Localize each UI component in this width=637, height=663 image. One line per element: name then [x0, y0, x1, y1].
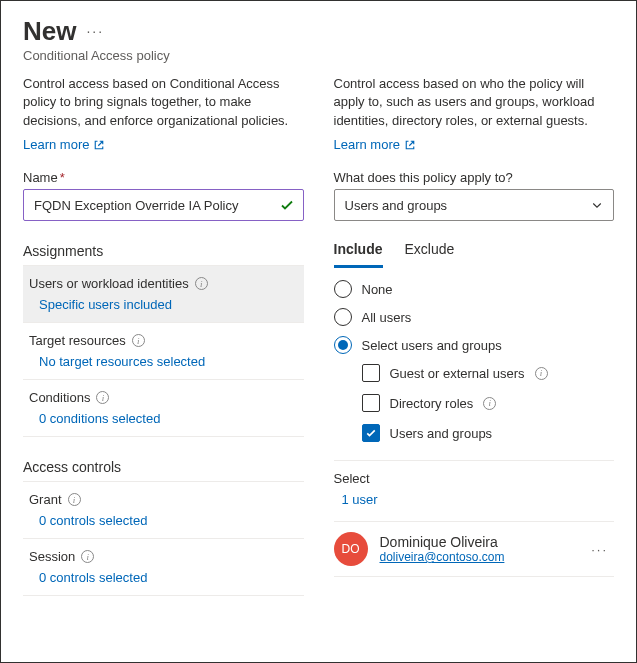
external-link-icon [404, 139, 416, 151]
checkbox-icon [362, 364, 380, 382]
checkbox-label: Guest or external users [390, 366, 525, 381]
checkbox-icon [362, 424, 380, 442]
conditions-row-title: Conditions [29, 390, 90, 405]
assignments-section-header: Assignments [23, 243, 304, 266]
radio-label: Select users and groups [362, 338, 502, 353]
right-intro: Control access based on who the policy w… [334, 75, 615, 132]
learn-more-link-left[interactable]: Learn more [23, 137, 105, 152]
grant-row-title: Grant [29, 492, 62, 507]
user-name: Dominique Oliveira [380, 534, 574, 550]
checkbox-label: Directory roles [390, 396, 474, 411]
users-row[interactable]: Users or workload identities Specific us… [23, 266, 304, 323]
info-icon[interactable] [132, 334, 145, 347]
user-row-more-button[interactable]: ··· [585, 542, 614, 557]
checkbox-group: Guest or external users Directory roles … [362, 364, 615, 442]
checkbox-guest[interactable]: Guest or external users [362, 364, 615, 382]
info-icon[interactable] [96, 391, 109, 404]
grant-row[interactable]: Grant 0 controls selected [23, 482, 304, 539]
target-row-title: Target resources [29, 333, 126, 348]
info-icon[interactable] [483, 397, 496, 410]
more-button[interactable]: ··· [86, 23, 104, 39]
include-exclude-tabs: Include Exclude [334, 235, 615, 268]
select-value-link[interactable]: 1 user [342, 492, 615, 507]
checkbox-icon [362, 394, 380, 412]
required-asterisk: * [60, 170, 65, 185]
info-icon[interactable] [535, 367, 548, 380]
name-input[interactable] [32, 197, 279, 214]
users-row-value: Specific users included [39, 297, 296, 312]
page-subtitle: Conditional Access policy [23, 48, 614, 63]
checkbox-label: Users and groups [390, 426, 493, 441]
radio-none[interactable]: None [334, 280, 615, 298]
page-header: New ··· Conditional Access policy [23, 17, 614, 63]
users-row-title: Users or workload identities [29, 276, 189, 291]
checkmark-icon [279, 197, 295, 213]
select-label: Select [334, 471, 615, 486]
name-field-label: Name* [23, 170, 304, 185]
radio-select-users[interactable]: Select users and groups [334, 336, 615, 354]
radio-icon [334, 336, 352, 354]
radio-label: All users [362, 310, 412, 325]
target-row[interactable]: Target resources No target resources sel… [23, 323, 304, 380]
apply-to-label: What does this policy apply to? [334, 170, 615, 185]
page-title: New [23, 17, 76, 46]
chevron-down-icon [591, 199, 603, 211]
conditions-row-value: 0 conditions selected [39, 411, 296, 426]
radio-all-users[interactable]: All users [334, 308, 615, 326]
radio-label: None [362, 282, 393, 297]
checkbox-directory-roles[interactable]: Directory roles [362, 394, 615, 412]
info-icon[interactable] [195, 277, 208, 290]
left-intro: Control access based on Conditional Acce… [23, 75, 304, 132]
session-row[interactable]: Session 0 controls selected [23, 539, 304, 596]
user-email-link[interactable]: doliveira@contoso.com [380, 550, 574, 564]
radio-icon [334, 280, 352, 298]
conditions-row[interactable]: Conditions 0 conditions selected [23, 380, 304, 437]
session-row-title: Session [29, 549, 75, 564]
avatar: DO [334, 532, 368, 566]
tab-include[interactable]: Include [334, 235, 383, 268]
learn-more-label: Learn more [23, 137, 89, 152]
apply-to-dropdown[interactable]: Users and groups [334, 189, 615, 221]
tab-exclude[interactable]: Exclude [405, 235, 455, 268]
info-icon[interactable] [68, 493, 81, 506]
left-column: Control access based on Conditional Acce… [23, 75, 304, 640]
user-row: DO Dominique Oliveira doliveira@contoso.… [334, 521, 615, 577]
apply-to-value: Users and groups [345, 198, 448, 213]
learn-more-label: Learn more [334, 137, 400, 152]
checkbox-users-groups[interactable]: Users and groups [362, 424, 615, 442]
target-row-value: No target resources selected [39, 354, 296, 369]
info-icon[interactable] [81, 550, 94, 563]
name-input-wrap[interactable] [23, 189, 304, 221]
learn-more-link-right[interactable]: Learn more [334, 137, 416, 152]
radio-icon [334, 308, 352, 326]
session-row-value: 0 controls selected [39, 570, 296, 585]
select-block: Select 1 user [334, 460, 615, 507]
access-controls-section-header: Access controls [23, 459, 304, 482]
right-column: Control access based on who the policy w… [334, 75, 615, 640]
radio-group: None All users Select users and groups [334, 280, 615, 354]
external-link-icon [93, 139, 105, 151]
grant-row-value: 0 controls selected [39, 513, 296, 528]
